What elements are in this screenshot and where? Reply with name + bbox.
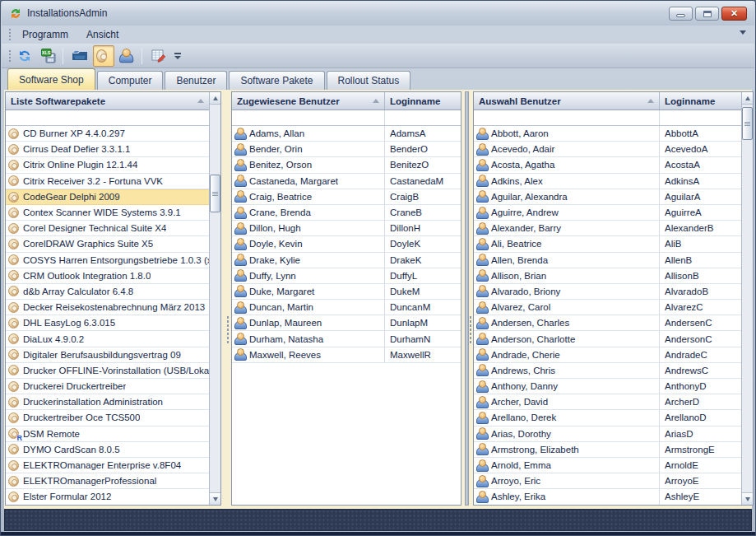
user-row[interactable]: Durham, NatashaDurhamN [232, 331, 461, 347]
user-row[interactable]: Aguirre, AndrewAguirreA [474, 205, 741, 221]
package-row[interactable]: Digitaler Berufsausbildungsvertrag 09 [6, 347, 209, 363]
user-row[interactable]: Crane, BrendaCraneB [232, 205, 461, 221]
package-row[interactable]: Citrix Receiver 3.2 - Fortuna VVK [6, 174, 209, 189]
maximize-button[interactable] [695, 7, 719, 21]
user-row[interactable]: Doyle, KevinDoyleK [232, 236, 461, 252]
package-row[interactable]: CorelDRAW Graphics Suite X5 [6, 236, 209, 252]
user-row[interactable]: Duffy, LynnDuffyL [232, 268, 461, 284]
user-row[interactable]: Arroyo, EricArroyoE [474, 473, 741, 489]
filter-cell[interactable] [385, 110, 461, 125]
filter-cell[interactable] [660, 110, 741, 125]
package-row[interactable]: Cirrus Deaf Defier 3.3.1.1 [6, 142, 209, 157]
export-xls-button[interactable]: XLS [38, 45, 59, 67]
filter-cell[interactable] [232, 110, 385, 125]
assigned-login-header[interactable]: Loginname [385, 92, 461, 110]
package-row[interactable]: ELEKTROmanager Enterprise v.8F04 [6, 458, 209, 473]
tab-computer[interactable]: Computer [97, 71, 164, 90]
package-row[interactable]: Drucker OFFLINE-Vorinstallation (USB/Lok… [6, 363, 209, 379]
cd-button[interactable] [93, 45, 114, 67]
user-row[interactable]: Anderson, CharlotteAndersonC [474, 331, 741, 347]
package-row[interactable]: d&b Array Calculator 6.4.8 [6, 284, 209, 300]
package-row[interactable]: DYMO CardScan 8.0.5 [6, 442, 209, 458]
scrollbar-thumb[interactable] [210, 175, 220, 212]
package-row[interactable]: Elster Formular 2012 [6, 489, 209, 505]
package-row[interactable]: CD Burner XP 4.4.0.297 [6, 126, 209, 142]
selection-filter-row[interactable] [474, 110, 741, 126]
user-row[interactable]: Ashley, ErikaAshleyE [474, 489, 741, 505]
packages-header[interactable]: Liste Softwarepakete [6, 92, 209, 110]
selection-name-header[interactable]: Auswahl Benutzer [474, 92, 660, 110]
user-row[interactable]: Benitez, OrsonBenitezO [232, 157, 461, 173]
package-row[interactable]: ELEKTROmanagerProfessional [6, 473, 209, 489]
scrollbar-thumb[interactable] [742, 107, 753, 140]
user-row[interactable]: Craig, BeatriceCraigB [232, 189, 461, 205]
user-row[interactable]: Archer, DavidArcherD [474, 394, 741, 410]
package-row[interactable]: Druckerei Druckertreiber [6, 379, 209, 394]
package-row[interactable]: CodeGear Delphi 2009 [6, 189, 209, 205]
scroll-up-button[interactable] [742, 92, 753, 105]
package-row[interactable]: Contex Scanner WIDE Systems 3.9.1 [6, 205, 209, 221]
user-row[interactable]: Alvarado, BrionyAlvaradoB [474, 284, 741, 300]
packages-filter-row[interactable] [6, 110, 209, 126]
menu-overflow-button[interactable] [740, 30, 746, 35]
user-row[interactable]: Bender, OrinBenderO [232, 142, 461, 157]
package-row[interactable]: Decker Reisekostenabrechnung März 2013 [6, 300, 209, 315]
assigned-name-header[interactable]: Zugewiesene Benutzer [232, 92, 385, 110]
user-row[interactable]: Acevedo, AdairAcevedoA [474, 142, 741, 157]
scroll-down-button[interactable] [210, 492, 220, 505]
scroll-down-button[interactable] [742, 492, 753, 505]
user-row[interactable]: Anthony, DannyAnthonyD [474, 379, 741, 394]
user-row[interactable]: Acosta, AgathaAcostaA [474, 157, 741, 173]
user-row[interactable]: Aguilar, AlexandraAguilarA [474, 189, 741, 205]
user-row[interactable]: Arellano, DerekArellanoD [474, 410, 741, 426]
assigned-filter-row[interactable] [232, 110, 461, 126]
user-row[interactable]: Castaneda, MargaretCastanedaM [232, 174, 461, 189]
user-row[interactable]: Ali, BeatriceAliB [474, 236, 741, 252]
user-row[interactable]: Duke, MargaretDukeM [232, 284, 461, 300]
tab-software-pakete[interactable]: Software Pakete [229, 71, 324, 90]
user-row[interactable]: Armstrong, ElizabethArmstrongE [474, 442, 741, 458]
package-row[interactable]: DHL EasyLog 6.3.015 [6, 315, 209, 331]
user-row[interactable]: Dillon, HughDillonH [232, 221, 461, 236]
filter-cell[interactable] [474, 110, 660, 125]
user-row[interactable]: Drake, KylieDrakeK [232, 253, 461, 268]
user-row[interactable]: Adkins, AlexAdkinsA [474, 174, 741, 189]
user-row[interactable]: Abbott, AaronAbbottA [474, 126, 741, 142]
package-row[interactable]: Citrix Online Plugin 12.1.44 [6, 157, 209, 173]
menu-ansicht[interactable]: Ansicht [79, 26, 126, 43]
user-row[interactable]: Dunlap, MaureenDunlapM [232, 315, 461, 331]
package-row[interactable]: DiaLux 4.9.0.2 [6, 331, 209, 347]
tab-software-shop[interactable]: Software Shop [7, 68, 95, 90]
package-row[interactable]: Druckertreiber Oce TCS500 [6, 410, 209, 426]
package-row[interactable]: COSYS Harren Entsorgungsbetriebe 1.0.3 (… [6, 253, 209, 268]
package-row[interactable]: RDSM Remote [6, 426, 209, 442]
user-row[interactable]: Alexander, BarryAlexanderB [474, 221, 741, 236]
user-row[interactable]: Andrews, ChrisAndrewsC [474, 363, 741, 379]
toolbar-grip[interactable] [8, 49, 12, 63]
user-row[interactable]: Arnold, EmmaArnoldE [474, 458, 741, 473]
minimize-button[interactable] [669, 7, 693, 21]
filter-cell[interactable] [6, 110, 209, 125]
title-bar[interactable]: InstallationsAdmin ✕ [2, 1, 754, 26]
user-button[interactable] [117, 45, 138, 67]
selection-login-header[interactable]: Loginname [660, 92, 741, 110]
tab-rollout-status[interactable]: Rollout Status [327, 71, 411, 90]
packages-scrollbar[interactable] [209, 92, 220, 505]
splitter-bar[interactable] [465, 91, 469, 506]
close-button[interactable]: ✕ [721, 7, 747, 21]
tab-benutzer[interactable]: Benutzer [165, 71, 227, 90]
scroll-up-button[interactable] [210, 92, 220, 105]
user-row[interactable]: Duncan, MartinDuncanM [232, 300, 461, 315]
toolbar-overflow-icon[interactable] [174, 53, 181, 59]
folder-button[interactable] [69, 45, 90, 67]
user-row[interactable]: Arias, DorothyAriasD [474, 426, 741, 442]
user-row[interactable]: Allison, BrianAllisonB [474, 268, 741, 284]
package-row[interactable]: CRM Outlook Integration 1.8.0 [6, 268, 209, 284]
user-row[interactable]: Andrade, CherieAndradeC [474, 347, 741, 363]
selection-scrollbar[interactable] [741, 92, 753, 505]
user-row[interactable]: Andersen, CharlesAndersenC [474, 315, 741, 331]
package-row[interactable]: Corel Designer Technical Suite X4 [6, 221, 209, 236]
user-row[interactable]: Maxwell, ReevesMaxwellR [232, 347, 461, 363]
package-row[interactable]: Druckerinstallation Administration [6, 394, 209, 410]
user-row[interactable]: Alvarez, CarolAlvarezC [474, 300, 741, 315]
